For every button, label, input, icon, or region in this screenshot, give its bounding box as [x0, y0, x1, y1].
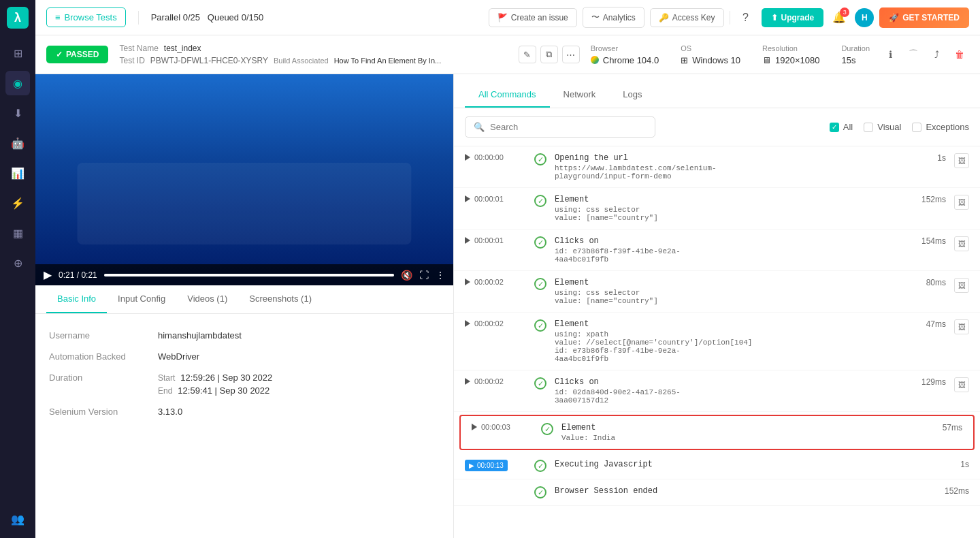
bookmark-action-button[interactable]: ⌒: [904, 45, 923, 64]
upgrade-button[interactable]: ⬆ Upgrade: [762, 8, 824, 27]
notification-button[interactable]: 🔔 3: [829, 7, 849, 28]
screenshot-button[interactable]: 🖼: [954, 319, 969, 334]
tab-network[interactable]: Network: [550, 82, 610, 108]
sidebar-item-dashboard[interactable]: ⊞: [5, 41, 30, 65]
screenshot-button[interactable]: 🖼: [954, 195, 969, 210]
topnav-left: ≡ Browse Tests Parallel 0/25 Queued 0/15…: [46, 7, 480, 27]
key-icon: 🔑: [659, 13, 669, 22]
browser-value: Chrome 104.0: [603, 55, 659, 65]
status-badge: ✓ PASSED: [46, 46, 108, 63]
rocket-icon: 🚀: [889, 13, 899, 22]
command-list: 00:00:00 ✓ Opening the url https://www.l…: [454, 146, 980, 538]
resolution-group: Resolution 🖥 1920×1080: [762, 44, 819, 65]
success-icon: ✓: [541, 423, 553, 435]
command-content: Opening the url https://www.lambdatest.c…: [555, 153, 904, 180]
screenshot-button[interactable]: 🖼: [954, 153, 969, 168]
command-row: 00:00:01 ✓ Element using: css selector v…: [454, 188, 980, 230]
command-content: Element using: css selector value: [name…: [555, 195, 904, 222]
play-button[interactable]: ▶: [44, 268, 52, 281]
test-meta-icons: ✎ ⧉ ⋯: [519, 46, 580, 63]
command-name: Clicks on: [555, 377, 904, 387]
sidebar-item-tests[interactable]: ◉: [5, 71, 30, 95]
sidebar-item-bot[interactable]: 🤖: [5, 131, 30, 155]
filter-all[interactable]: ✓ All: [830, 122, 853, 132]
screenshot-button[interactable]: 🖼: [954, 236, 969, 251]
selenium-label: Selenium Version: [49, 407, 158, 417]
play-icon[interactable]: [465, 237, 470, 244]
more-options-button[interactable]: ⋮: [436, 270, 445, 281]
progress-bar[interactable]: [104, 274, 394, 276]
info-action-button[interactable]: ℹ: [881, 45, 900, 64]
command-duration: 47ms: [912, 319, 946, 329]
tab-videos[interactable]: Videos (1): [176, 285, 238, 313]
duration-value: 15s: [841, 55, 855, 65]
delete-action-button[interactable]: 🗑: [950, 45, 969, 64]
tab-basic-info[interactable]: Basic Info: [46, 285, 107, 313]
filter-exceptions[interactable]: Exceptions: [912, 122, 969, 132]
sidebar-item-analytics[interactable]: 📊: [5, 161, 30, 185]
analytics-button[interactable]: 〜 Analytics: [583, 7, 644, 28]
test-meta: Test Name test_index Test ID PBWTJ-DFWL1…: [119, 44, 507, 65]
search-input-wrap: 🔍: [465, 116, 655, 138]
sidebar-item-team[interactable]: 👥: [5, 507, 30, 531]
build-value: How To Find An Element By In...: [334, 57, 442, 65]
tab-all-commands[interactable]: All Commands: [465, 82, 550, 108]
get-started-button[interactable]: 🚀 GET STARTED: [879, 7, 969, 28]
visual-checkbox[interactable]: [864, 123, 873, 132]
edit-icon-button[interactable]: ✎: [519, 46, 536, 63]
all-checkbox[interactable]: ✓: [830, 123, 839, 132]
browse-tests-button[interactable]: ≡ Browse Tests: [46, 7, 126, 27]
parallel-info: Parallel 0/25 Queued 0/150: [151, 12, 264, 22]
test-id-row: Test ID PBWTJ-DFWL1-FHCE0-XYSRY Build As…: [119, 56, 507, 65]
start-label: Start: [158, 373, 175, 383]
test-name-value: test_index: [164, 44, 201, 53]
filter-visual[interactable]: Visual: [864, 122, 901, 132]
command-name: Executing Javascript: [555, 460, 927, 469]
screenshot-button[interactable]: 🖼: [954, 278, 969, 293]
sidebar-item-lightning[interactable]: ⚡: [5, 191, 30, 215]
upgrade-icon: ⬆: [771, 13, 778, 22]
menu-icon-button[interactable]: ⋯: [562, 46, 580, 63]
duration-label: Duration: [841, 44, 870, 52]
command-content: Executing Javascript: [555, 460, 927, 469]
exceptions-checkbox[interactable]: [912, 123, 921, 132]
success-icon: ✓: [534, 153, 546, 165]
blue-time-tag[interactable]: ▶ 00:00:13: [465, 460, 508, 471]
browser-label: Browser: [591, 44, 659, 52]
help-button[interactable]: ?: [736, 7, 756, 28]
tab-logs[interactable]: Logs: [609, 82, 655, 108]
os-group: OS ⊞ Windows 10: [681, 44, 740, 65]
commands-tabs: All Commands Network Logs: [465, 82, 969, 108]
tab-screenshots[interactable]: Screenshots (1): [238, 285, 323, 313]
copy-icon-button[interactable]: ⧉: [540, 46, 558, 63]
create-issue-label: Create an issue: [511, 13, 568, 22]
fullscreen-button[interactable]: ⛶: [419, 270, 429, 281]
play-icon[interactable]: [472, 424, 477, 430]
sidebar-item-builds[interactable]: ⬇: [5, 101, 30, 125]
play-icon[interactable]: [465, 279, 470, 285]
screenshot-button[interactable]: 🖼: [954, 377, 969, 392]
tab-input-config[interactable]: Input Config: [107, 285, 176, 313]
sidebar-item-grid[interactable]: ▦: [5, 221, 30, 245]
success-icon: ✓: [534, 319, 546, 332]
command-row: 00:00:00 ✓ Opening the url https://www.l…: [454, 146, 980, 188]
sidebar-logo[interactable]: λ: [7, 7, 29, 29]
command-name: Element: [555, 195, 904, 204]
command-row: ✓ Browser Session ended 152ms: [454, 479, 980, 506]
success-icon: ✓: [534, 460, 546, 472]
filter-exceptions-label: Exceptions: [926, 122, 969, 132]
search-input[interactable]: [490, 122, 647, 132]
access-key-button[interactable]: 🔑 Access Key: [650, 8, 724, 27]
mute-button[interactable]: 🔇: [401, 270, 412, 281]
flag-icon: 🚩: [497, 13, 508, 22]
play-icon[interactable]: [465, 320, 470, 327]
share-action-button[interactable]: ⤴: [927, 45, 946, 64]
sidebar-item-add[interactable]: ⊕: [5, 251, 30, 275]
avatar[interactable]: H: [855, 8, 874, 27]
play-icon[interactable]: [465, 154, 470, 161]
command-duration: 1s: [912, 153, 946, 163]
create-issue-button[interactable]: 🚩 Create an issue: [489, 8, 577, 27]
play-icon[interactable]: [465, 378, 470, 385]
play-icon[interactable]: [465, 195, 470, 202]
end-row: End 12:59:41 | Sep 30 2022: [158, 385, 272, 396]
